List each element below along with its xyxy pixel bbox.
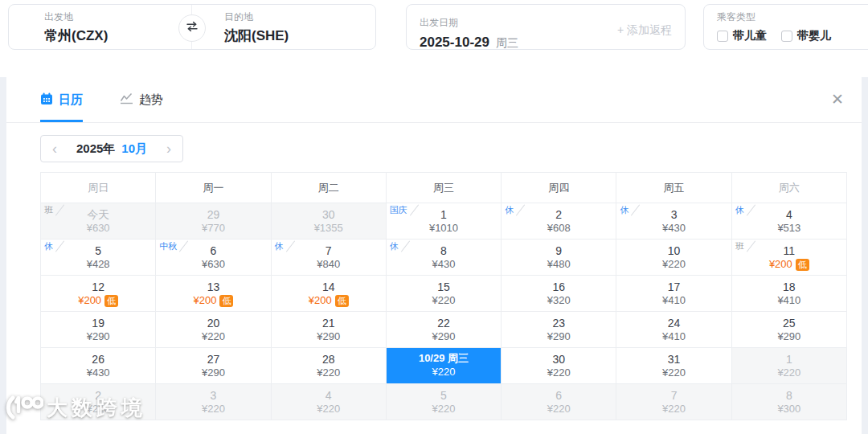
passenger-option[interactable]: 带婴儿 [781, 29, 831, 43]
tab-trend[interactable]: 趋势 [120, 77, 163, 122]
day-number: 20 [156, 316, 270, 330]
day-price: ¥220 [616, 366, 731, 379]
swap-route-button[interactable] [178, 14, 206, 42]
day-price: ¥200低 [156, 294, 270, 307]
calendar-day-cell[interactable]: 班11¥200低 [731, 240, 846, 276]
low-price-badge: 低 [796, 259, 809, 271]
calendar-day-cell[interactable]: 5¥220 [386, 384, 501, 420]
day-price: ¥410 [732, 294, 846, 307]
day-corner-badge: 国庆 [390, 204, 407, 216]
day-number: 21 [272, 316, 386, 330]
calendar-day-cell[interactable]: 中秋6¥630 [156, 240, 271, 276]
day-number: 2 [41, 388, 155, 403]
destination-value: 沈阳(SHE) [224, 27, 375, 45]
weekday-header: 周四 [502, 173, 616, 203]
calendar-day-cell[interactable]: 休2¥608 [502, 203, 616, 240]
calendar-week-row: 19¥29020¥22021¥29022¥29023¥29024¥41025¥2… [41, 312, 847, 348]
day-price: ¥630 [41, 222, 155, 235]
flight-calendar-page: 出发地 常州(CZX) 目的地 沈阳(SHE) 出发日期 2025-10-29 … [0, 0, 868, 434]
calendar-day-cell[interactable]: 13¥200低 [156, 276, 271, 312]
calendar-day-cell[interactable]: 休7¥840 [271, 240, 386, 276]
day-price: ¥290 [156, 366, 270, 379]
day-price: ¥430 [616, 222, 731, 235]
calendar-day-cell[interactable]: 24¥410 [616, 312, 731, 348]
calendar-day-cell[interactable]: 12¥200低 [41, 276, 156, 312]
calendar-day-cell[interactable]: 16¥320 [502, 276, 616, 312]
calendar-day-cell[interactable]: 31¥220 [616, 348, 731, 384]
departure-field[interactable]: 出发地 常州(CZX) [9, 5, 195, 49]
calendar-day-cell[interactable]: 休4¥513 [731, 203, 846, 240]
calendar-day-cell[interactable]: 国庆1¥1010 [386, 203, 501, 240]
day-number: 7 [616, 388, 731, 403]
calendar-day-cell[interactable]: 8¥300 [731, 384, 846, 420]
calendar-day-cell[interactable]: 休3¥430 [616, 203, 731, 240]
calendar-day-cell[interactable]: 30¥220 [502, 348, 616, 384]
calendar-day-cell[interactable]: 班今天¥630 [41, 203, 156, 240]
day-number: 16 [502, 280, 616, 294]
calendar-day-cell[interactable]: 10/29 周三¥220 [386, 348, 501, 384]
day-number: 11 [732, 244, 846, 258]
day-price: ¥200低 [41, 294, 155, 307]
calendar-day-cell[interactable]: 22¥290 [386, 312, 501, 348]
calendar-day-cell[interactable]: 21¥290 [271, 312, 386, 348]
day-price: ¥290 [272, 330, 386, 343]
destination-label: 目的地 [224, 10, 375, 24]
calendar-day-cell[interactable]: 30¥1355 [271, 203, 386, 240]
calendar-day-cell[interactable]: 3¥220 [156, 384, 271, 420]
day-number: 2 [502, 207, 616, 222]
calendar-day-cell[interactable]: 9¥480 [502, 240, 616, 276]
day-price: ¥1355 [272, 222, 386, 235]
add-return-button[interactable]: + 添加返程 [617, 23, 672, 43]
calendar-day-cell[interactable]: 27¥290 [156, 348, 271, 384]
calendar-day-cell[interactable]: 20¥220 [156, 312, 271, 348]
weekday-header: 周一 [156, 173, 271, 203]
calendar-day-cell[interactable]: 休8¥430 [386, 240, 501, 276]
checkbox-icon[interactable] [781, 31, 792, 42]
checkbox-icon[interactable] [717, 31, 728, 42]
calendar-day-cell[interactable]: 29¥770 [156, 203, 271, 240]
calendar-day-cell[interactable]: 18¥410 [731, 276, 846, 312]
calendar-day-cell[interactable]: 10¥220 [616, 240, 731, 276]
day-corner-badge: 休 [620, 204, 628, 216]
calendar-day-cell[interactable]: 15¥220 [386, 276, 501, 312]
departure-date-field[interactable]: 出发日期 2025-10-29 周三 [420, 10, 617, 43]
day-price: ¥608 [502, 222, 616, 235]
calendar-day-cell[interactable]: 6¥220 [502, 384, 616, 420]
calendar-day-cell[interactable]: 1¥220 [731, 348, 846, 384]
departure-label: 出发地 [44, 10, 195, 24]
calendar-day-cell[interactable]: 26¥430 [41, 348, 156, 384]
calendar-day-cell[interactable]: 7¥220 [616, 384, 731, 420]
day-price: ¥220 [732, 366, 846, 379]
passenger-option[interactable]: 带儿童 [717, 29, 767, 43]
calendar-day-cell[interactable]: 19¥290 [41, 312, 156, 348]
calendar-day-cell[interactable]: 14¥200低 [271, 276, 386, 312]
day-number: 23 [502, 316, 616, 330]
weekday-header: 周六 [731, 173, 846, 203]
calendar-day-cell[interactable]: 休5¥428 [41, 240, 156, 276]
calendar-day-cell[interactable]: 4¥220 [271, 384, 386, 420]
calendar-day-cell[interactable]: 2¥220 [41, 384, 156, 420]
destination-field[interactable]: 目的地 沈阳(SHE) [195, 5, 375, 49]
day-price: ¥300 [732, 403, 846, 416]
prev-month-button[interactable]: ‹ [52, 141, 57, 156]
calendar-day-cell[interactable]: 25¥290 [731, 312, 846, 348]
tab-calendar[interactable]: 日历 [40, 77, 83, 122]
day-number: 4 [272, 388, 386, 403]
calendar-day-cell[interactable]: 28¥220 [271, 348, 386, 384]
day-price: ¥428 [41, 258, 155, 271]
close-icon[interactable]: ✕ [831, 92, 844, 107]
calendar-day-cell[interactable]: 23¥290 [502, 312, 616, 348]
low-price-badge: 低 [104, 295, 118, 307]
day-number: 9 [502, 244, 616, 258]
calendar-day-cell[interactable]: 17¥410 [616, 276, 731, 312]
day-price: ¥220 [272, 366, 386, 379]
day-number: 7 [272, 244, 386, 258]
next-month-button[interactable]: › [166, 141, 171, 156]
day-number: 19 [41, 316, 155, 330]
calendar-week-row: 休5¥428中秋6¥630休7¥840休8¥4309¥48010¥220班11¥… [41, 240, 847, 276]
day-price: ¥290 [732, 330, 846, 343]
day-number: 17 [616, 280, 731, 294]
day-price: ¥220 [387, 403, 501, 416]
day-corner-badge: 休 [275, 240, 284, 252]
day-number: 30 [502, 352, 616, 366]
